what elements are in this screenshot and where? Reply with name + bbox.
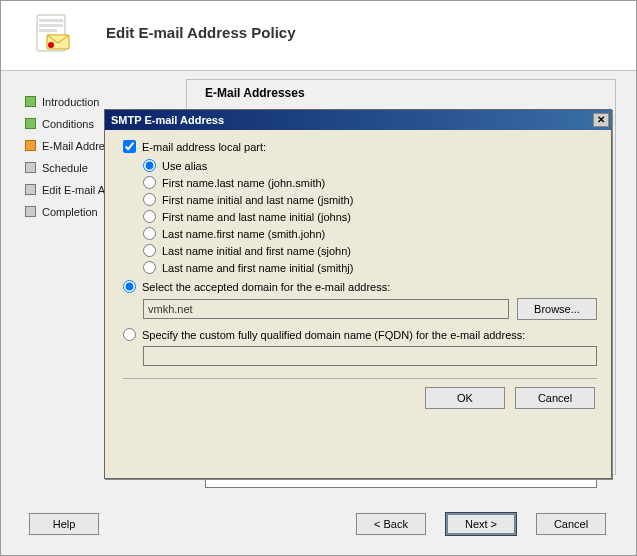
radio-label: First name initial and last name (jsmith…	[162, 194, 353, 206]
dialog-title: SMTP E-mail Address	[111, 114, 224, 126]
radio-first-lastinitial: First name and last name initial (johns)	[143, 208, 597, 225]
fqdn-input	[143, 346, 597, 366]
browse-button[interactable]: Browse...	[517, 298, 597, 320]
wizard-button-bar: Help < Back Next > Cancel	[1, 513, 636, 537]
radio-use-alias: Use alias	[143, 157, 597, 174]
step-status-icon	[25, 184, 36, 195]
radio-label: First name.last name (john.smith)	[162, 177, 325, 189]
local-part-radio-group: Use alias First name.last name (john.smi…	[143, 157, 597, 276]
radio-first-last: First name.last name (john.smith)	[143, 174, 597, 191]
radio-use-alias-input[interactable]	[143, 159, 156, 172]
radio-last-firstinitial: Last name and first name initial (smithj…	[143, 259, 597, 276]
cancel-button[interactable]: Cancel	[536, 513, 606, 535]
radio-label: Use alias	[162, 160, 207, 172]
smtp-dialog: SMTP E-mail Address ✕ E-mail address loc…	[104, 109, 612, 479]
step-status-icon	[25, 96, 36, 107]
accepted-domain-radio[interactable]	[123, 280, 136, 293]
fqdn-label: Specify the custom fully qualified domai…	[142, 329, 525, 341]
radio-last-first-input[interactable]	[143, 227, 156, 240]
dialog-cancel-button[interactable]: Cancel	[515, 387, 595, 409]
radio-label: Last name.first name (smith.john)	[162, 228, 325, 240]
radio-last-first: Last name.first name (smith.john)	[143, 225, 597, 242]
step-status-icon	[25, 140, 36, 151]
svg-rect-2	[39, 24, 63, 27]
svg-point-5	[48, 42, 54, 48]
accepted-domain-input[interactable]	[143, 299, 509, 319]
accepted-domain-row: Browse...	[143, 298, 597, 320]
close-icon[interactable]: ✕	[593, 113, 609, 127]
svg-rect-1	[39, 19, 63, 22]
back-button[interactable]: < Back	[356, 513, 426, 535]
local-part-checkbox-row: E-mail address local part:	[123, 140, 597, 153]
dialog-divider	[123, 378, 597, 379]
radio-last-firstinitial-input[interactable]	[143, 261, 156, 274]
fqdn-radio-row: Specify the custom fully qualified domai…	[123, 324, 597, 343]
ok-button[interactable]: OK	[425, 387, 505, 409]
svg-rect-3	[39, 29, 57, 32]
policy-icon	[29, 11, 77, 59]
local-part-checkbox[interactable]	[123, 140, 136, 153]
fqdn-radio[interactable]	[123, 328, 136, 341]
radio-label: Last name initial and first name (sjohn)	[162, 245, 351, 257]
radio-label: First name and last name initial (johns)	[162, 211, 351, 223]
radio-firstinitial-last-input[interactable]	[143, 193, 156, 206]
radio-first-last-input[interactable]	[143, 176, 156, 189]
accepted-domain-label: Select the accepted domain for the e-mai…	[142, 281, 390, 293]
accepted-domain-radio-row: Select the accepted domain for the e-mai…	[123, 276, 597, 295]
step-status-icon	[25, 118, 36, 129]
dialog-body: E-mail address local part: Use alias Fir…	[105, 130, 611, 417]
section-title: E-Mail Addresses	[205, 86, 305, 100]
local-part-label: E-mail address local part:	[142, 141, 266, 153]
dialog-titlebar[interactable]: SMTP E-mail Address ✕	[105, 110, 611, 130]
wizard-window: Edit E-mail Address Policy Introduction …	[0, 0, 637, 556]
radio-label: Last name and first name initial (smithj…	[162, 262, 353, 274]
radio-firstinitial-last: First name initial and last name (jsmith…	[143, 191, 597, 208]
radio-lastinitial-first-input[interactable]	[143, 244, 156, 257]
step-status-icon	[25, 162, 36, 173]
wizard-title: Edit E-mail Address Policy	[106, 24, 296, 41]
help-button[interactable]: Help	[29, 513, 99, 535]
radio-lastinitial-first: Last name initial and first name (sjohn)	[143, 242, 597, 259]
wizard-header: Edit E-mail Address Policy	[1, 1, 636, 71]
step-status-icon	[25, 206, 36, 217]
radio-first-lastinitial-input[interactable]	[143, 210, 156, 223]
next-button[interactable]: Next >	[446, 513, 516, 535]
dialog-button-bar: OK Cancel	[123, 387, 597, 411]
fqdn-row	[143, 346, 597, 366]
